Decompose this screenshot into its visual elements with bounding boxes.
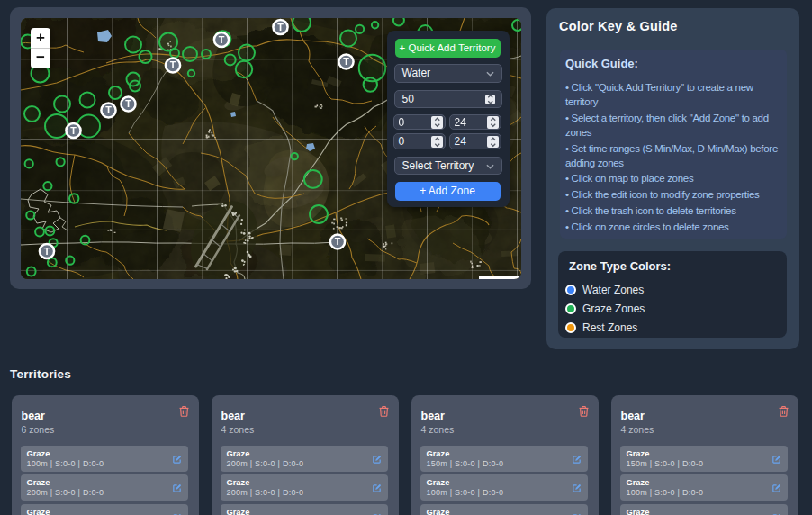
svg-text:T: T [44,246,50,257]
svg-text:T: T [219,34,225,45]
svg-text:T: T [343,56,349,67]
svg-text:T: T [105,104,112,115]
svg-text:T: T [170,59,176,70]
svg-text:T: T [70,125,77,136]
svg-text:T: T [335,236,341,247]
svg-text:T: T [125,98,131,109]
svg-text:T: T [277,22,284,32]
